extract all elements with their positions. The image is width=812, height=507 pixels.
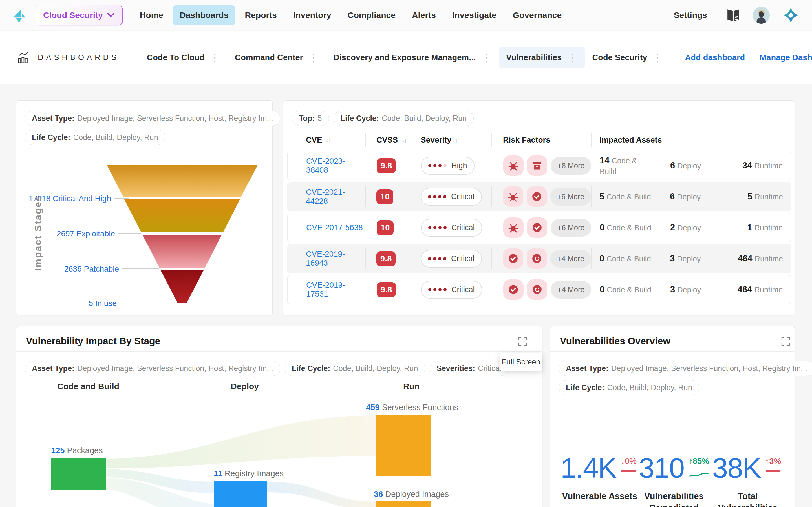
package-archive-icon[interactable] (527, 156, 547, 176)
cve-link[interactable]: CVE-2021-44228 (306, 187, 365, 206)
documentation-book-icon[interactable] (726, 9, 741, 22)
kebab-icon[interactable]: ⋮ (652, 53, 663, 62)
overview-filters: Asset Type: Deployed Image, Serverless F… (559, 361, 812, 395)
dashboards-section: DASHBOARDS (17, 51, 119, 64)
kpi-delta: ↑85% (689, 457, 709, 466)
svg-text:125Packages: 125Packages (51, 446, 103, 455)
c-letter-circle-icon[interactable]: C (527, 279, 547, 300)
dashboards-section-label: DASHBOARDS (38, 53, 119, 62)
funnel-label-patchable: 2636 Patchable (64, 265, 119, 273)
cve-filters: Top: 5 Life Cycle: Code, Build, Deploy, … (292, 111, 474, 126)
column-header-severity[interactable]: Severity↓↑ (409, 133, 492, 147)
nav-item-governance[interactable]: Governance (506, 5, 568, 25)
manage-dashboards-link[interactable]: Manage Dashboards (760, 53, 812, 62)
table-row[interactable]: CVE-2019-17531 9.8 Critical C +4 More (287, 275, 791, 304)
ai-copilot-icon[interactable] (782, 6, 800, 24)
more-risk-factors-badge[interactable]: +8 More (551, 157, 591, 175)
cve-table-body: CVE-2023-38408 9.8 High +8 M (287, 151, 791, 304)
vulnerabilities-overview-panel: Vulnerabilities Overview Asset Type: Dep… (550, 326, 795, 507)
node-label: Deployed Images (385, 490, 449, 499)
sort-icon[interactable]: ↓↑ (401, 136, 406, 144)
nav-item-dashboards[interactable]: Dashboards (173, 5, 235, 25)
top-filter-chip[interactable]: Top: 5 (292, 111, 329, 126)
cve-link[interactable]: CVE-2019-17531 (306, 281, 366, 298)
cve-link[interactable]: CVE-2023-38408 (306, 157, 366, 175)
cve-link[interactable]: CVE-2019-16943 (306, 249, 365, 268)
kpi-label: Total Vulnerabilities (709, 490, 786, 507)
user-avatar[interactable] (753, 7, 770, 24)
vulnerability-impact-panel: Vulnerability Impact By Stage Full Scree… (16, 326, 543, 507)
sankey-chart[interactable]: 125Packages 11Registry Images 459Serverl… (16, 394, 542, 507)
check-circle-icon[interactable] (503, 248, 523, 269)
asset-type-filter-chip[interactable]: Asset Type: Deployed Image, Serverless F… (559, 361, 812, 376)
fullscreen-icon[interactable] (518, 337, 527, 346)
product-switcher[interactable]: Cloud Security (35, 5, 123, 25)
table-row[interactable]: CVE-2023-38408 9.8 High +8 M (287, 151, 791, 180)
svg-text:C: C (535, 286, 539, 293)
chevron-down-icon (107, 13, 114, 17)
check-circle-icon[interactable] (503, 279, 523, 300)
divider (16, 351, 542, 351)
fullscreen-icon[interactable] (781, 337, 790, 346)
nav-item-home[interactable]: Home (133, 5, 170, 25)
nav-item-settings[interactable]: Settings (667, 5, 714, 25)
check-circle-icon[interactable] (527, 186, 547, 207)
life-cycle-filter-chip[interactable]: Life Cycle: Code, Build, Deploy, Run (334, 111, 474, 126)
cvss-badge: 10 (376, 189, 393, 204)
tab-discovery-exposure[interactable]: Discovery and Exposure Managem... ⋮ (326, 47, 499, 68)
check-circle-icon[interactable] (527, 217, 547, 238)
exploit-bug-icon[interactable] (503, 217, 523, 238)
exploit-bug-icon[interactable] (503, 156, 523, 176)
life-cycle-filter-chip[interactable]: Life Cycle: Code, Build, Deploy, Run (559, 380, 699, 395)
more-risk-factors-badge[interactable]: +6 More (550, 188, 591, 206)
life-cycle-filter-chip[interactable]: Life Cycle: Code, Build, Deploy, Run (285, 361, 425, 376)
sort-icon[interactable]: ↓↑ (326, 136, 331, 144)
kpi-label: Vulnerable Assets (562, 490, 637, 502)
severities-filter-chip[interactable]: Severities: Critical (430, 361, 508, 376)
node-value: 125 (51, 446, 64, 455)
tab-code-security[interactable]: Code Security ⋮ (585, 47, 670, 68)
kpi-delta: ↑3% (765, 457, 783, 466)
severity-badge: Critical (421, 188, 482, 206)
nav-item-reports[interactable]: Reports (238, 5, 283, 25)
exploit-bug-icon[interactable] (503, 186, 523, 207)
funnel-stage-in-use (160, 270, 204, 303)
table-row[interactable]: CVE-2019-16943 9.8 Critical C +4 More (287, 244, 791, 273)
product-switcher-label: Cloud Security (43, 10, 103, 20)
asset-type-filter-chip[interactable]: Asset Type: Deployed Image, Serverless F… (25, 361, 280, 376)
cvss-badge: 9.8 (376, 251, 396, 266)
kebab-icon[interactable]: ⋮ (308, 53, 319, 62)
kebab-icon[interactable]: ⋮ (567, 53, 577, 62)
sort-icon[interactable]: ↓↑ (455, 136, 460, 144)
c-letter-circle-icon[interactable]: C (527, 248, 547, 269)
nav-item-inventory[interactable]: Inventory (287, 5, 338, 25)
table-row[interactable]: CVE-2017-5638 10 Critical +6 More (287, 213, 791, 242)
trend-sparkline (621, 468, 639, 474)
kebab-icon[interactable]: ⋮ (209, 53, 220, 62)
kpi-total-vulnerabilities: 38K ↑3% Total Vulnerabilities (709, 454, 786, 507)
trend-sparkline (689, 468, 709, 478)
node-value: 11 (214, 469, 222, 478)
nav-item-investigate[interactable]: Investigate (446, 5, 503, 25)
column-header-cvss[interactable]: CVSS↓↑ (365, 133, 409, 147)
cve-link[interactable]: CVE-2017-5638 (306, 223, 363, 232)
impact-stages-funnel-chart[interactable]: 17018 Critical And High 2697 Exploitable… (16, 101, 272, 315)
nav-item-compliance[interactable]: Compliance (341, 5, 402, 25)
kebab-icon[interactable]: ⋮ (481, 53, 492, 62)
svg-text:11Registry Images: 11Registry Images (214, 469, 284, 478)
tab-vulnerabilities[interactable]: Vulnerabilities ⋮ (499, 47, 585, 68)
column-header-cve[interactable]: CVE↓↑ (283, 133, 365, 147)
tab-code-to-cloud[interactable]: Code To Cloud ⋮ (140, 47, 227, 68)
stage-header-deploy: Deploy (231, 382, 259, 391)
svg-text:36Deployed Images: 36Deployed Images (374, 490, 449, 499)
nav-item-alerts[interactable]: Alerts (405, 5, 443, 25)
more-risk-factors-badge[interactable]: +4 More (551, 281, 591, 298)
prisma-cloud-logo-icon[interactable] (10, 6, 27, 24)
table-row[interactable]: CVE-2021-44228 10 Critical +6 More (287, 182, 791, 211)
funnel-stage-exploitable (124, 200, 240, 232)
column-header-impacted-assets: Impacted Assets (591, 133, 795, 147)
add-dashboard-link[interactable]: Add dashboard (685, 53, 745, 62)
more-risk-factors-badge[interactable]: +6 More (551, 219, 591, 237)
more-risk-factors-badge[interactable]: +4 More (550, 250, 591, 268)
tab-command-center[interactable]: Command Center ⋮ (227, 47, 326, 68)
